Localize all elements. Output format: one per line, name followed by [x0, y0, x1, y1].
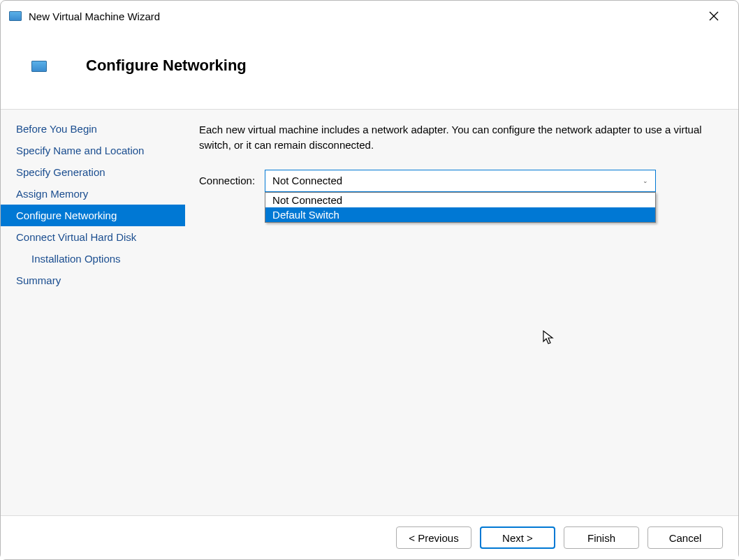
sidebar-item-specify-name[interactable]: Specify Name and Location — [1, 140, 185, 161]
connection-label: Connection: — [199, 175, 255, 186]
previous-button[interactable]: < Previous — [396, 526, 471, 549]
wizard-header: Configure Networking — [1, 31, 738, 110]
close-button[interactable] — [698, 5, 730, 27]
titlebar: New Virtual Machine Wizard — [1, 1, 738, 31]
sidebar-item-summary[interactable]: Summary — [1, 270, 185, 291]
connection-selected-value: Not Connected — [272, 175, 342, 186]
connection-dropdown-list: Not Connected Default Switch — [265, 192, 656, 223]
sidebar-item-installation-options[interactable]: Installation Options — [1, 248, 185, 270]
sidebar-item-before-you-begin[interactable]: Before You Begin — [1, 118, 185, 140]
cancel-button[interactable]: Cancel — [647, 526, 723, 549]
app-icon — [9, 11, 22, 21]
wizard-footer: < Previous Next > Finish Cancel — [1, 516, 738, 559]
finish-button[interactable]: Finish — [564, 526, 639, 549]
connection-field-row: Connection: Not Connected ⌄ Not Connecte… — [199, 170, 716, 192]
chevron-down-icon: ⌄ — [643, 177, 648, 184]
window-title: New Virtual Machine Wizard — [29, 10, 698, 22]
dropdown-option-default-switch[interactable]: Default Switch — [265, 207, 655, 222]
sidebar-item-assign-memory[interactable]: Assign Memory — [1, 183, 185, 205]
close-icon — [709, 11, 719, 21]
connection-dropdown[interactable]: Not Connected ⌄ — [265, 170, 656, 192]
wizard-window: New Virtual Machine Wizard Configure Net… — [0, 0, 739, 560]
sidebar-item-configure-networking[interactable]: Configure Networking — [1, 205, 185, 226]
next-button[interactable]: Next > — [480, 526, 555, 549]
wizard-steps-sidebar: Before You Begin Specify Name and Locati… — [1, 110, 185, 515]
connection-combo-wrap: Not Connected ⌄ Not Connected Default Sw… — [265, 170, 656, 192]
sidebar-item-specify-generation[interactable]: Specify Generation — [1, 161, 185, 183]
header-monitor-icon — [31, 61, 47, 72]
wizard-content: Each new virtual machine includes a netw… — [185, 110, 738, 515]
sidebar-item-connect-vhd[interactable]: Connect Virtual Hard Disk — [1, 226, 185, 248]
dropdown-option-not-connected[interactable]: Not Connected — [265, 193, 655, 207]
wizard-body: Before You Begin Specify Name and Locati… — [1, 110, 738, 516]
mouse-cursor-icon — [543, 330, 555, 348]
page-title: Configure Networking — [86, 57, 247, 75]
page-description: Each new virtual machine includes a netw… — [199, 122, 716, 153]
